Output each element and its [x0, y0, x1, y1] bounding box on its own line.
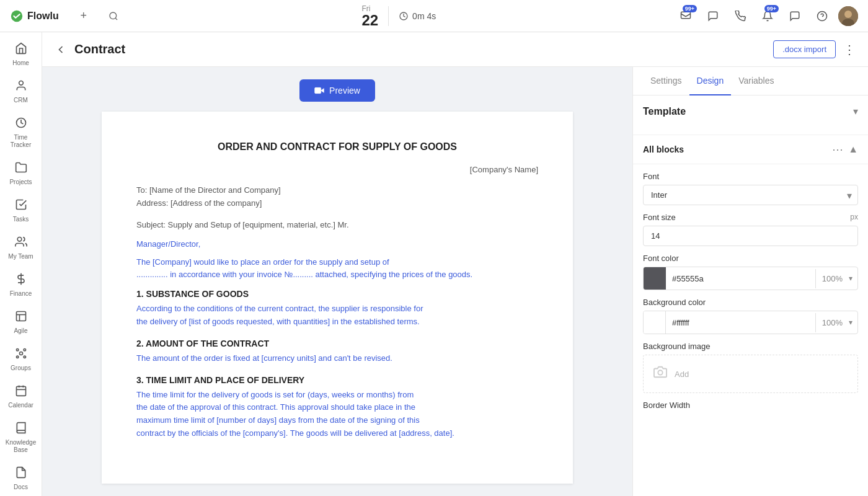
blocks-more-button[interactable]: ⋯: [832, 143, 843, 156]
font-select-wrap: Inter Arial Helvetica Georgia ▾: [643, 185, 858, 205]
font-color-swatch[interactable]: [644, 267, 666, 290]
document-subject: Subject: Supply and Setup of [equipment,…: [136, 220, 538, 229]
help-button[interactable]: [811, 5, 833, 27]
page-title: Contract: [74, 42, 766, 56]
home-icon: [15, 42, 27, 58]
sidebar-item-knowledge-base[interactable]: Knowledge Base: [2, 417, 40, 459]
sidebar-item-agile[interactable]: Agile: [2, 305, 40, 340]
sidebar: Home CRM Time Tracker Projects Tasks: [0, 32, 42, 496]
sidebar-item-label: Docs: [14, 484, 28, 491]
date-number: 22: [361, 13, 378, 28]
tab-settings[interactable]: Settings: [643, 67, 689, 95]
knowledge-base-icon: [15, 422, 27, 437]
chat-button[interactable]: [702, 5, 724, 27]
svg-point-8: [844, 11, 852, 18]
docx-import-button[interactable]: .docx import: [773, 40, 836, 58]
content-area: Contract .docx import ⋮ Preview ORDER AN…: [42, 32, 868, 496]
font-size-label: Font size px: [643, 213, 858, 222]
font-label: Font: [643, 172, 858, 181]
right-panel-tabs: Settings Design Variables: [633, 67, 868, 95]
nav-right: 99+ 99+: [675, 5, 858, 27]
bg-color-group: Background color #ffffff 100% ▾: [633, 298, 868, 342]
all-blocks-title: All blocks: [643, 144, 684, 154]
font-color-alpha[interactable]: 100%: [815, 269, 849, 288]
section3-body: The time limit for the delivery of goods…: [136, 389, 538, 440]
sidebar-item-time-tracker[interactable]: Time Tracker: [2, 112, 40, 154]
bg-color-hex: #ffffff: [666, 313, 815, 332]
font-group: Font Inter Arial Helvetica Georgia ▾: [633, 164, 868, 213]
sidebar-item-docs[interactable]: Docs: [2, 461, 40, 496]
sidebar-item-label: Calendar: [8, 402, 33, 409]
font-size-group: Font size px: [633, 213, 868, 254]
tab-design[interactable]: Design: [689, 67, 732, 95]
sidebar-item-home[interactable]: Home: [2, 37, 40, 72]
sidebar-item-calendar[interactable]: Calendar: [2, 379, 40, 414]
preview-button[interactable]: Preview: [299, 79, 375, 102]
sidebar-item-label: Groups: [11, 365, 31, 372]
sidebar-item-projects[interactable]: Projects: [2, 156, 40, 191]
svg-rect-26: [315, 87, 321, 93]
more-options-button[interactable]: ⋮: [843, 42, 856, 57]
bg-color-label: Background color: [643, 298, 858, 307]
sidebar-item-crm[interactable]: CRM: [2, 74, 40, 109]
sidebar-item-label: Projects: [9, 179, 32, 186]
bg-color-swatch[interactable]: [644, 311, 666, 334]
main-layout: Home CRM Time Tracker Projects Tasks: [0, 32, 868, 496]
border-width-label: Border Width: [633, 401, 868, 415]
date-display: Fri 22: [361, 4, 378, 28]
bg-image-upload-area[interactable]: Add: [643, 355, 858, 393]
svg-point-1: [110, 12, 117, 19]
sidebar-item-my-team[interactable]: My Team: [2, 231, 40, 265]
document-company-name: [Company's Name]: [136, 165, 538, 174]
template-section-title: Template: [643, 106, 686, 117]
notifications-button[interactable]: 99+: [756, 5, 779, 27]
timer-display: 0m 4s: [399, 11, 436, 21]
svg-line-2: [115, 18, 117, 20]
sidebar-item-finance[interactable]: Finance: [2, 268, 40, 303]
groups-icon: [15, 347, 27, 363]
sidebar-item-label: Time Tracker: [5, 134, 37, 149]
calendar-icon: [15, 384, 27, 400]
agile-icon: [15, 310, 27, 326]
font-color-chevron-icon[interactable]: ▾: [849, 274, 857, 283]
bg-color-chevron-icon[interactable]: ▾: [849, 318, 857, 327]
section2-body: The amount of the order is fixed at [cur…: [136, 352, 538, 365]
add-button[interactable]: +: [74, 6, 94, 26]
template-chevron-icon[interactable]: ▾: [853, 105, 858, 117]
avatar[interactable]: [838, 6, 858, 26]
tab-variables[interactable]: Variables: [731, 67, 781, 95]
svg-point-17: [19, 352, 22, 355]
logo[interactable]: Flowlu: [10, 9, 59, 23]
phone-button[interactable]: [729, 5, 751, 27]
svg-rect-4: [681, 12, 691, 19]
sidebar-item-tasks[interactable]: Tasks: [2, 193, 40, 228]
font-size-label-text: Font size: [643, 213, 676, 222]
font-size-unit: px: [850, 213, 858, 222]
page-header: Contract .docx import ⋮: [42, 32, 868, 67]
preview-icon: [314, 86, 324, 95]
font-color-hex: #55555a: [666, 269, 815, 288]
inbox-button[interactable]: 99+: [675, 5, 697, 27]
to-line: To: [Name of the Director and Company]: [136, 184, 538, 197]
font-select[interactable]: Inter Arial Helvetica Georgia: [643, 185, 858, 205]
search-button[interactable]: [104, 6, 123, 26]
nav-center: Fri 22 0m 4s: [133, 4, 665, 28]
timer-text: 0m 4s: [412, 11, 436, 21]
right-panel: Settings Design Variables Template ▾ All…: [632, 67, 868, 496]
preview-button-label: Preview: [329, 86, 360, 95]
finance-icon: [15, 273, 27, 288]
logo-icon: [10, 9, 24, 23]
logo-text: Flowlu: [27, 11, 59, 22]
back-button[interactable]: [55, 43, 67, 56]
sidebar-item-label: Knowledge Base: [5, 439, 37, 454]
bg-color-alpha[interactable]: 100%: [815, 313, 849, 332]
font-size-input[interactable]: [643, 226, 858, 246]
svg-point-19: [16, 349, 18, 351]
top-navigation: Flowlu + Fri 22 0m 4s 99+ 99+: [0, 0, 868, 32]
blocks-collapse-button[interactable]: ▲: [848, 144, 858, 155]
svg-point-20: [24, 356, 25, 358]
document-paper: ORDER AND CONTRACT FOR SUPPLY OF GOODS […: [102, 112, 573, 484]
section1-title: 1. SUBSTANCE OF GOODS: [136, 289, 538, 299]
sidebar-item-groups[interactable]: Groups: [2, 342, 40, 377]
messages-button[interactable]: [784, 5, 806, 27]
